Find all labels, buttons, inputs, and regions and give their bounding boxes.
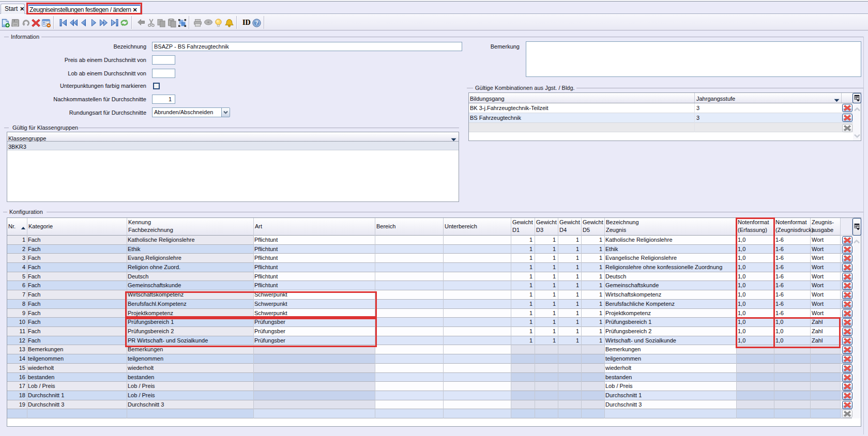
svg-text:?: ? <box>255 20 258 26</box>
